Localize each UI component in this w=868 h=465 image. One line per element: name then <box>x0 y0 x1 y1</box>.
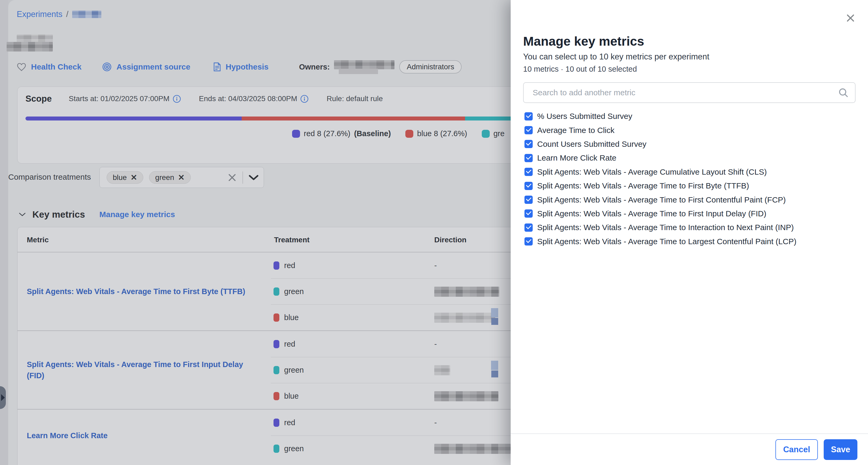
metric-option[interactable]: Split Agents: Web Vitals - Average Time … <box>523 207 858 221</box>
manage-key-metrics-drawer: Manage key metrics You can select up to … <box>511 0 868 465</box>
metric-option[interactable]: Learn More Click Rate <box>523 151 858 165</box>
checkbox-checked[interactable] <box>524 182 533 190</box>
metric-option[interactable]: Split Agents: Web Vitals - Average Cumul… <box>523 165 858 179</box>
close-button[interactable] <box>844 12 857 24</box>
metric-option-label: Split Agents: Web Vitals - Average Time … <box>537 181 749 190</box>
metric-option[interactable]: Split Agents: Web Vitals - Average Time … <box>523 193 858 206</box>
metric-option-label: Split Agents: Web Vitals - Average Cumul… <box>537 168 767 176</box>
checkbox-checked[interactable] <box>524 140 533 148</box>
metric-option-label: Count Users Submitted Survey <box>537 140 647 149</box>
checkbox-checked[interactable] <box>524 112 533 120</box>
metric-option-label: % Users Submitted Survey <box>537 112 632 121</box>
metric-search-input[interactable] <box>523 82 856 103</box>
checkbox-checked[interactable] <box>524 196 533 204</box>
metric-option-label: Split Agents: Web Vitals - Average Time … <box>537 237 796 246</box>
metric-search <box>523 82 856 103</box>
checkbox-checked[interactable] <box>524 209 533 217</box>
checkbox-checked[interactable] <box>524 224 533 232</box>
checkbox-checked[interactable] <box>524 126 533 134</box>
checkbox-checked[interactable] <box>524 237 533 245</box>
metric-option[interactable]: Split Agents: Web Vitals - Average Time … <box>523 235 858 249</box>
metric-checkbox-list: % Users Submitted SurveyAverage Time to … <box>523 109 858 249</box>
metric-option[interactable]: % Users Submitted Survey <box>523 109 858 123</box>
metric-option-label: Split Agents: Web Vitals - Average Time … <box>537 195 786 204</box>
search-icon <box>838 87 849 98</box>
metric-option-label: Split Agents: Web Vitals - Average Time … <box>537 209 766 218</box>
metric-option[interactable]: Split Agents: Web Vitals - Average Time … <box>523 221 858 234</box>
metric-option-label: Learn More Click Rate <box>537 153 616 163</box>
save-button[interactable]: Save <box>824 439 858 460</box>
metric-option-label: Average Time to Click <box>537 126 614 135</box>
drawer-footer: Cancel Save <box>511 433 868 465</box>
metric-option[interactable]: Count Users Submitted Survey <box>523 137 858 151</box>
drawer-selection-count: 10 metrics · 10 out of 10 selected <box>523 65 637 74</box>
checkbox-checked[interactable] <box>524 154 533 162</box>
metric-option[interactable]: Average Time to Click <box>523 123 858 137</box>
close-icon <box>846 13 855 23</box>
metric-option[interactable]: Split Agents: Web Vitals - Average Time … <box>523 179 858 193</box>
metric-option-label: Split Agents: Web Vitals - Average Time … <box>537 223 794 232</box>
drawer-title: Manage key metrics <box>523 34 644 49</box>
drawer-subtitle: You can select up to 10 key metrics per … <box>523 52 709 62</box>
cancel-button[interactable]: Cancel <box>775 439 818 460</box>
checkbox-checked[interactable] <box>524 168 533 176</box>
